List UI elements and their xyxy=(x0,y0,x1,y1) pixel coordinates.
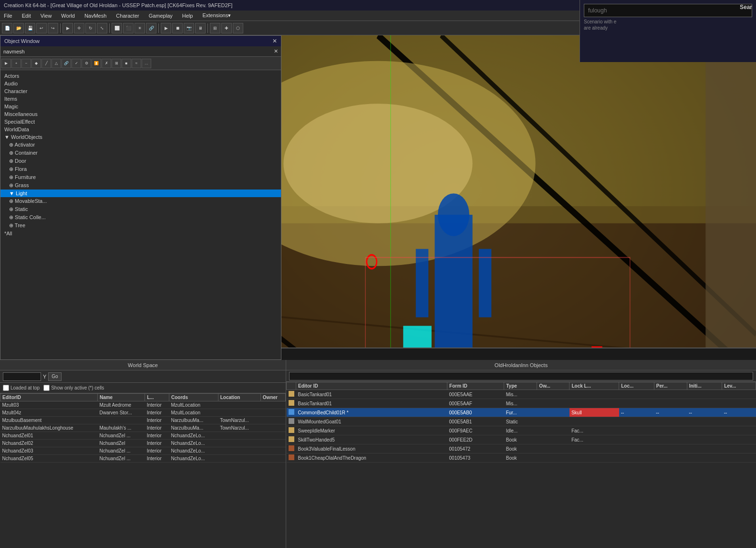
objects-row[interactable]: SweepIdleMarker 000F9AEC Idle... Fac... xyxy=(287,426,756,435)
tb-stop[interactable]: ⏹ xyxy=(172,23,183,33)
nm-gen[interactable]: ⚙ xyxy=(82,59,91,68)
nm-tri[interactable]: △ xyxy=(52,59,61,68)
cat-tree[interactable]: ⊕ Tree xyxy=(0,221,281,230)
cat-container[interactable]: ⊕ Container xyxy=(0,149,281,157)
cat-audio[interactable]: Audio xyxy=(0,80,281,87)
ws-col-coords[interactable]: Coords xyxy=(169,394,218,401)
nm-clear[interactable]: ✗ xyxy=(102,59,111,68)
world-space-row[interactable]: NchuandZel05 NchuandZel ... Interior Nch… xyxy=(0,455,286,463)
nm-link[interactable]: 🔗 xyxy=(62,59,71,68)
cat-special[interactable]: SpecialEffect xyxy=(0,118,281,126)
tb-snap[interactable]: 🔗 xyxy=(146,23,156,33)
world-space-row[interactable]: NchuandZel01 NchuandZel ... Interior Nch… xyxy=(0,432,286,440)
nm-edge[interactable]: ╱ xyxy=(41,59,51,68)
tb-run[interactable]: ▶ xyxy=(161,23,171,33)
objects-row[interactable]: BasicTankard01 000E5AAE Mis... xyxy=(287,390,756,399)
menu-edit[interactable]: Edit xyxy=(20,12,33,20)
obj-col-ow[interactable]: Ow... xyxy=(537,382,570,390)
obj-col-type[interactable]: Type xyxy=(504,382,537,390)
world-space-row[interactable]: MzulbuuBasement Interior NarzulbuuMa... … xyxy=(0,417,286,424)
cat-movable[interactable]: ⊕ MovableSta... xyxy=(0,197,281,205)
nm-water[interactable]: ≈ xyxy=(132,59,141,68)
nm-extra[interactable]: … xyxy=(142,59,151,68)
object-window-close[interactable]: ✕ xyxy=(272,38,277,44)
tb-new[interactable]: 📄 xyxy=(2,23,12,33)
tb-grid[interactable]: ⊞ xyxy=(210,23,220,33)
world-space-search-input[interactable] xyxy=(3,372,41,381)
objects-filter-input[interactable] xyxy=(289,372,753,380)
check-active-only[interactable] xyxy=(43,385,50,391)
cat-flora[interactable]: ⊕ Flora xyxy=(0,165,281,173)
objects-row[interactable]: Book1CheapOlalAndTheDragon 00105473 Book xyxy=(287,453,756,463)
obj-col-per[interactable]: Per... xyxy=(654,382,687,390)
tb-axis[interactable]: ✚ xyxy=(221,23,232,33)
ws-col-editorid[interactable]: EditorID xyxy=(0,394,98,401)
nm-finalize[interactable]: ⏫ xyxy=(92,59,101,68)
objects-row[interactable]: Book3ValuableFinalLesson 00105472 Book xyxy=(287,444,756,453)
cat-light[interactable]: ▼ Light xyxy=(0,190,281,197)
ws-col-owner[interactable]: Owner xyxy=(260,394,285,401)
menu-gameplay[interactable]: Gameplay xyxy=(147,12,175,20)
tb-cam[interactable]: 📷 xyxy=(184,23,194,33)
ws-col-name[interactable]: Name xyxy=(97,394,145,401)
nm-vert[interactable]: ◆ xyxy=(31,59,41,68)
tb-rotate[interactable]: ↻ xyxy=(85,23,96,33)
nm-check[interactable]: ✓ xyxy=(72,59,81,68)
obj-col-lev[interactable]: Lev... xyxy=(722,382,756,390)
world-space-row[interactable]: NarzulbuuMauhulakhsLonghouse Mauhulakh's… xyxy=(0,424,286,432)
cat-staticcoll[interactable]: ⊕ Static Colle... xyxy=(0,213,281,221)
objects-row[interactable]: BasicTankard01 000E5AAF Mis... xyxy=(287,399,756,408)
check-loaded-label[interactable]: Loaded at top xyxy=(3,385,40,391)
cat-misc[interactable]: Miscellaneous xyxy=(0,110,281,118)
ws-col-location[interactable]: Location xyxy=(218,394,260,401)
tb-render[interactable]: 🖥 xyxy=(195,23,206,33)
tb-path[interactable]: ⬡ xyxy=(233,23,243,33)
obj-col-formid[interactable]: Form ID xyxy=(447,382,504,390)
nm-add[interactable]: + xyxy=(11,59,21,68)
tb-redo[interactable]: ↪ xyxy=(48,23,58,33)
cat-actors[interactable]: Actors xyxy=(0,72,281,80)
cat-character[interactable]: Character xyxy=(0,87,281,95)
cat-all[interactable]: *All xyxy=(0,230,281,237)
tb-move[interactable]: ✛ xyxy=(74,23,84,33)
world-space-row[interactable]: Mzult03 Mzult Aedrome Interior MzultLoca… xyxy=(0,401,286,409)
world-space-row[interactable]: NchuandZel03 NchuandZel ... Interior Nch… xyxy=(0,447,286,455)
tb-select[interactable]: ▶ xyxy=(62,23,73,33)
tb-solid[interactable]: ⬛ xyxy=(123,23,134,33)
nm-toggle[interactable]: ⊞ xyxy=(112,59,121,68)
obj-col-lockl[interactable]: Lock L... xyxy=(570,382,619,390)
nm-del[interactable]: − xyxy=(21,59,31,68)
cat-grass[interactable]: ⊕ Grass xyxy=(0,181,281,190)
check-active-label[interactable]: Show only active (*) cells xyxy=(43,385,104,391)
check-loaded-at-top[interactable] xyxy=(3,385,9,391)
menu-navmesh[interactable]: NavMesh xyxy=(83,12,108,20)
tb-undo[interactable]: ↩ xyxy=(36,23,47,33)
ws-col-l[interactable]: L... xyxy=(145,394,169,401)
search-input[interactable] xyxy=(584,4,752,17)
menu-help[interactable]: Help xyxy=(180,12,195,20)
cat-magic[interactable]: Magic xyxy=(0,103,281,110)
cat-door[interactable]: ⊕ Door xyxy=(0,157,281,165)
cat-furniture[interactable]: ⊕ Furniture xyxy=(0,173,281,181)
cat-items[interactable]: Items xyxy=(0,95,281,103)
menu-file[interactable]: File xyxy=(2,12,14,20)
obj-col-loc[interactable]: Loc... xyxy=(619,382,654,390)
objects-row[interactable]: CommonBedChild01R * 000E5AB0 Fur... Skul… xyxy=(287,408,756,417)
menu-world[interactable]: World xyxy=(59,12,77,20)
cat-activator[interactable]: ⊕ Activator xyxy=(0,141,281,149)
objects-row[interactable]: SkillTwoHanded5 000FEE2D Book Fac... xyxy=(287,435,756,444)
tb-scale[interactable]: ⤡ xyxy=(97,23,107,33)
menu-character[interactable]: Character xyxy=(114,12,141,20)
menu-view[interactable]: View xyxy=(39,12,54,20)
menu-extensions[interactable]: Extensions▾ xyxy=(200,11,233,20)
tb-wire[interactable]: ⬜ xyxy=(112,23,122,33)
obj-col-editorid[interactable]: Editor ID xyxy=(296,382,447,390)
world-space-row[interactable]: NchuandZel02 NchuandZel Interior Nchuand… xyxy=(0,440,286,447)
obj-col-initi[interactable]: Initi... xyxy=(687,382,722,390)
objects-row[interactable]: WallMountedGoat01 000E5AB1 Static xyxy=(287,417,756,426)
tb-open[interactable]: 📂 xyxy=(13,23,24,33)
cat-worlddata[interactable]: WorldData xyxy=(0,126,281,133)
cat-worldobjects[interactable]: ▼ WorldObjects xyxy=(0,133,281,141)
world-space-go-button[interactable]: Go xyxy=(48,372,61,381)
navmesh-close[interactable]: ✕ xyxy=(274,48,278,54)
